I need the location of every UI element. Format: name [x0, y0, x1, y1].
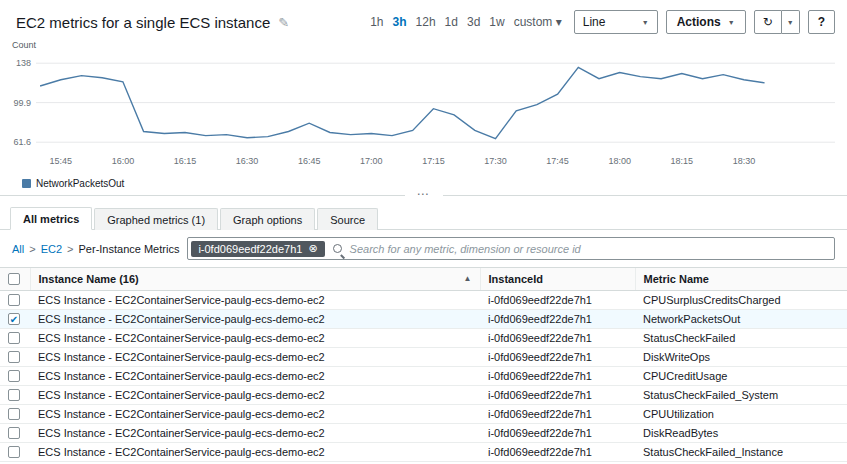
resize-handle[interactable]: ⋯: [405, 187, 443, 201]
remove-token-icon[interactable]: ⊗: [308, 243, 317, 254]
metrics-table-body: ECS Instance - EC2ContainerService-paulg…: [0, 291, 847, 464]
time-range-selector: 1h3h12h1d3d1wcustom ▾: [370, 15, 562, 29]
row-checkbox-cell[interactable]: ✔: [0, 310, 30, 329]
instance-name-cell: ECS Instance - EC2ContainerService-paulg…: [30, 348, 480, 367]
breadcrumb: All>EC2>Per-Instance Metrics: [12, 243, 179, 255]
metric-checkbox[interactable]: [8, 332, 20, 344]
metric-name-cell: CPUSurplusCreditsCharged: [635, 291, 847, 310]
svg-text:16:15: 16:15: [174, 156, 197, 166]
column-header-metric-name[interactable]: Metric Name: [635, 268, 847, 291]
row-checkbox-cell[interactable]: [0, 367, 30, 386]
metric-checkbox[interactable]: [8, 294, 20, 306]
svg-text:138: 138: [16, 58, 31, 68]
time-range-1d[interactable]: 1d: [445, 15, 458, 29]
time-range-3h[interactable]: 3h: [393, 15, 407, 29]
pane-divider: ⋯: [0, 195, 847, 203]
metric-name-cell: DiskWriteOps: [635, 348, 847, 367]
column-header-instance-id[interactable]: InstanceId: [480, 268, 635, 291]
search-placeholder: Search for any metric, dimension or reso…: [350, 243, 581, 255]
help-button[interactable]: ?: [808, 10, 835, 34]
metrics-chart[interactable]: Count 61.699.913815:4516:0016:1516:3016:…: [0, 36, 847, 189]
metric-row[interactable]: ECS Instance - EC2ContainerService-paulg…: [0, 405, 847, 424]
row-checkbox-cell[interactable]: [0, 386, 30, 405]
tab-bar: All metricsGraphed metrics (1)Graph opti…: [0, 203, 847, 230]
time-range-1w[interactable]: 1w: [489, 15, 504, 29]
edit-title-icon[interactable]: ✎: [278, 15, 289, 30]
legend-marker: [22, 179, 31, 188]
tab-graph-options[interactable]: Graph options: [220, 208, 315, 230]
instance-name-cell: ECS Instance - EC2ContainerService-paulg…: [30, 367, 480, 386]
instance-id-cell: i-0fd069eedf22de7h1: [480, 386, 635, 405]
chevron-down-icon: ▼: [787, 19, 794, 26]
metric-row[interactable]: ECS Instance - EC2ContainerService-paulg…: [0, 386, 847, 405]
chart-type-value: Line: [583, 15, 606, 29]
time-range-custom[interactable]: custom ▾: [514, 15, 562, 29]
svg-text:99.9: 99.9: [13, 98, 31, 108]
instance-name-cell: ECS Instance - EC2ContainerService-paulg…: [30, 405, 480, 424]
svg-text:17:00: 17:00: [360, 156, 383, 166]
row-checkbox-cell[interactable]: [0, 291, 30, 310]
instance-id-cell: i-0fd069eedf22de7h1: [480, 405, 635, 424]
tab-source[interactable]: Source: [317, 208, 378, 230]
filter-token-label: i-0fd069eedf22de7h1: [198, 243, 302, 255]
chevron-down-icon: ▼: [728, 19, 735, 26]
refresh-options-button[interactable]: ▼: [782, 10, 800, 34]
metric-checkbox[interactable]: ✔: [8, 313, 20, 325]
actions-button[interactable]: Actions ▼: [666, 10, 746, 34]
instance-name-cell: ECS Instance - EC2ContainerService-paulg…: [30, 329, 480, 348]
metric-row[interactable]: ECS Instance - EC2ContainerService-paulg…: [0, 367, 847, 386]
svg-text:18:30: 18:30: [733, 156, 756, 166]
metric-checkbox[interactable]: [8, 446, 20, 458]
time-range-3d[interactable]: 3d: [467, 15, 480, 29]
metric-search-box[interactable]: i-0fd069eedf22de7h1 ⊗ Search for any met…: [187, 237, 835, 260]
metric-row[interactable]: ECS Instance - EC2ContainerService-paulg…: [0, 424, 847, 443]
metric-row[interactable]: ECS Instance - EC2ContainerService-paulg…: [0, 329, 847, 348]
instance-name-cell: ECS Instance - EC2ContainerService-paulg…: [30, 386, 480, 405]
metric-checkbox[interactable]: [8, 389, 20, 401]
row-checkbox-cell[interactable]: [0, 348, 30, 367]
filter-row: All>EC2>Per-Instance Metrics i-0fd069eed…: [0, 230, 847, 267]
column-header-instance-name[interactable]: Instance Name (16)▲: [30, 268, 480, 291]
metric-row[interactable]: ECS Instance - EC2ContainerService-paulg…: [0, 291, 847, 310]
instance-name-cell: ECS Instance - EC2ContainerService-paulg…: [30, 291, 480, 310]
select-all-header[interactable]: [0, 268, 30, 291]
metric-checkbox[interactable]: [8, 408, 20, 420]
metric-name-cell: StatusCheckFailed_System: [635, 386, 847, 405]
header: EC2 metrics for a single ECS instance ✎ …: [0, 0, 847, 36]
time-range-12h[interactable]: 12h: [416, 15, 436, 29]
legend-label[interactable]: NetworkPacketsOut: [36, 178, 124, 189]
cloudwatch-window: EC2 metrics for a single ECS instance ✎ …: [0, 0, 847, 464]
svg-text:61.6: 61.6: [13, 137, 31, 147]
tab-graphed-metrics-1-[interactable]: Graphed metrics (1): [94, 208, 218, 230]
chart-plot[interactable]: 61.699.913815:4516:0016:1516:3016:4517:0…: [6, 50, 841, 178]
breadcrumb-all[interactable]: All: [12, 243, 24, 255]
chart-type-select[interactable]: Line ▼: [574, 10, 658, 34]
instance-id-cell: i-0fd069eedf22de7h1: [480, 348, 635, 367]
instance-id-cell: i-0fd069eedf22de7h1: [480, 367, 635, 386]
metric-checkbox[interactable]: [8, 351, 20, 363]
row-checkbox-cell[interactable]: [0, 443, 30, 462]
metric-name-cell: DiskReadBytes: [635, 424, 847, 443]
metric-name-cell: CPUCreditUsage: [635, 367, 847, 386]
metric-name-cell: NetworkPacketsOut: [635, 310, 847, 329]
row-checkbox-cell[interactable]: [0, 405, 30, 424]
y-axis-label: Count: [12, 40, 841, 50]
metric-row[interactable]: ✔ECS Instance - EC2ContainerService-paul…: [0, 310, 847, 329]
sort-asc-icon: ▲: [464, 274, 472, 283]
metric-row[interactable]: ECS Instance - EC2ContainerService-paulg…: [0, 443, 847, 462]
row-checkbox-cell[interactable]: [0, 424, 30, 443]
refresh-button[interactable]: ↻: [754, 10, 782, 34]
chevron-down-icon: ▼: [642, 19, 649, 26]
tab-all-metrics[interactable]: All metrics: [10, 207, 92, 230]
row-checkbox-cell[interactable]: [0, 329, 30, 348]
time-range-1h[interactable]: 1h: [370, 15, 383, 29]
breadcrumb-ec2[interactable]: EC2: [41, 243, 62, 255]
select-all-checkbox[interactable]: [8, 273, 20, 285]
breadcrumb-separator: >: [29, 243, 35, 255]
instance-id-cell: i-0fd069eedf22de7h1: [480, 291, 635, 310]
instance-name-cell: ECS Instance - EC2ContainerService-paulg…: [30, 424, 480, 443]
instance-name-cell: ECS Instance - EC2ContainerService-paulg…: [30, 443, 480, 462]
metric-checkbox[interactable]: [8, 370, 20, 382]
metric-row[interactable]: ECS Instance - EC2ContainerService-paulg…: [0, 348, 847, 367]
metric-checkbox[interactable]: [8, 427, 20, 439]
